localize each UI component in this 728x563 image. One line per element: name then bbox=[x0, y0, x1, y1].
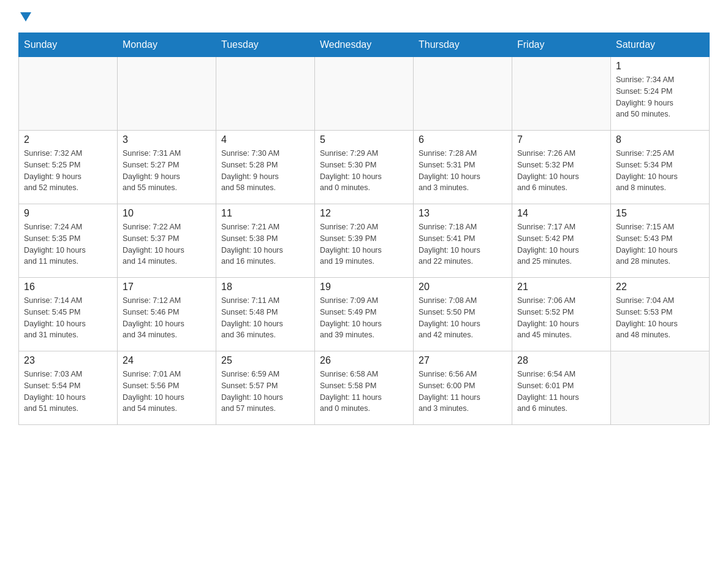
day-number: 27 bbox=[419, 355, 507, 366]
weekday-header-sunday: Sunday bbox=[19, 33, 118, 57]
day-number: 25 bbox=[221, 355, 309, 366]
day-info: Sunrise: 7:29 AM Sunset: 5:30 PM Dayligh… bbox=[320, 148, 408, 194]
calendar-table: SundayMondayTuesdayWednesdayThursdayFrid… bbox=[18, 33, 710, 425]
calendar-cell: 2Sunrise: 7:32 AM Sunset: 5:25 PM Daylig… bbox=[19, 131, 118, 204]
day-number: 23 bbox=[24, 355, 112, 366]
calendar-cell: 4Sunrise: 7:30 AM Sunset: 5:28 PM Daylig… bbox=[216, 131, 315, 204]
day-number: 5 bbox=[320, 134, 408, 145]
day-number: 1 bbox=[616, 61, 704, 72]
day-info: Sunrise: 7:32 AM Sunset: 5:25 PM Dayligh… bbox=[24, 148, 112, 194]
weekday-header-friday: Friday bbox=[512, 33, 611, 57]
day-info: Sunrise: 6:59 AM Sunset: 5:57 PM Dayligh… bbox=[221, 369, 309, 415]
logo bbox=[18, 12, 31, 20]
day-number: 4 bbox=[221, 134, 309, 145]
calendar-cell: 27Sunrise: 6:56 AM Sunset: 6:00 PM Dayli… bbox=[414, 351, 512, 425]
week-row-4: 16Sunrise: 7:14 AM Sunset: 5:45 PM Dayli… bbox=[19, 278, 710, 351]
day-info: Sunrise: 7:06 AM Sunset: 5:52 PM Dayligh… bbox=[517, 295, 605, 341]
page-header bbox=[18, 12, 710, 20]
calendar-cell: 16Sunrise: 7:14 AM Sunset: 5:45 PM Dayli… bbox=[19, 278, 118, 351]
calendar-cell: 9Sunrise: 7:24 AM Sunset: 5:35 PM Daylig… bbox=[19, 204, 118, 278]
calendar-cell bbox=[118, 57, 216, 131]
day-number: 22 bbox=[616, 282, 704, 293]
day-info: Sunrise: 7:34 AM Sunset: 5:24 PM Dayligh… bbox=[616, 74, 704, 120]
calendar-cell: 7Sunrise: 7:26 AM Sunset: 5:32 PM Daylig… bbox=[512, 131, 611, 204]
calendar-cell: 26Sunrise: 6:58 AM Sunset: 5:58 PM Dayli… bbox=[315, 351, 414, 425]
day-number: 9 bbox=[24, 208, 112, 219]
calendar-cell: 13Sunrise: 7:18 AM Sunset: 5:41 PM Dayli… bbox=[414, 204, 512, 278]
day-number: 10 bbox=[123, 208, 211, 219]
day-number: 6 bbox=[419, 134, 507, 145]
day-info: Sunrise: 7:22 AM Sunset: 5:37 PM Dayligh… bbox=[123, 221, 211, 267]
day-number: 3 bbox=[123, 134, 211, 145]
weekday-header-monday: Monday bbox=[118, 33, 216, 57]
weekday-header-row: SundayMondayTuesdayWednesdayThursdayFrid… bbox=[19, 33, 710, 57]
calendar-cell: 28Sunrise: 6:54 AM Sunset: 6:01 PM Dayli… bbox=[512, 351, 611, 425]
calendar-cell: 15Sunrise: 7:15 AM Sunset: 5:43 PM Dayli… bbox=[611, 204, 710, 278]
day-number: 15 bbox=[616, 208, 704, 219]
calendar-cell bbox=[216, 57, 315, 131]
day-info: Sunrise: 6:58 AM Sunset: 5:58 PM Dayligh… bbox=[320, 369, 408, 415]
calendar-cell: 14Sunrise: 7:17 AM Sunset: 5:42 PM Dayli… bbox=[512, 204, 611, 278]
calendar-cell: 21Sunrise: 7:06 AM Sunset: 5:52 PM Dayli… bbox=[512, 278, 611, 351]
day-number: 18 bbox=[221, 282, 309, 293]
day-info: Sunrise: 7:04 AM Sunset: 5:53 PM Dayligh… bbox=[616, 295, 704, 341]
calendar-cell: 17Sunrise: 7:12 AM Sunset: 5:46 PM Dayli… bbox=[118, 278, 216, 351]
day-info: Sunrise: 7:21 AM Sunset: 5:38 PM Dayligh… bbox=[221, 221, 309, 267]
day-info: Sunrise: 7:01 AM Sunset: 5:56 PM Dayligh… bbox=[123, 369, 211, 415]
calendar-cell: 23Sunrise: 7:03 AM Sunset: 5:54 PM Dayli… bbox=[19, 351, 118, 425]
calendar-cell: 25Sunrise: 6:59 AM Sunset: 5:57 PM Dayli… bbox=[216, 351, 315, 425]
day-info: Sunrise: 7:25 AM Sunset: 5:34 PM Dayligh… bbox=[616, 148, 704, 194]
day-info: Sunrise: 6:54 AM Sunset: 6:01 PM Dayligh… bbox=[517, 369, 605, 415]
week-row-1: 1Sunrise: 7:34 AM Sunset: 5:24 PM Daylig… bbox=[19, 57, 710, 131]
day-number: 20 bbox=[419, 282, 507, 293]
day-number: 12 bbox=[320, 208, 408, 219]
calendar-cell: 11Sunrise: 7:21 AM Sunset: 5:38 PM Dayli… bbox=[216, 204, 315, 278]
day-info: Sunrise: 6:56 AM Sunset: 6:00 PM Dayligh… bbox=[419, 369, 507, 415]
day-number: 13 bbox=[419, 208, 507, 219]
day-info: Sunrise: 7:18 AM Sunset: 5:41 PM Dayligh… bbox=[419, 221, 507, 267]
day-info: Sunrise: 7:14 AM Sunset: 5:45 PM Dayligh… bbox=[24, 295, 112, 341]
day-info: Sunrise: 7:12 AM Sunset: 5:46 PM Dayligh… bbox=[123, 295, 211, 341]
calendar-cell: 12Sunrise: 7:20 AM Sunset: 5:39 PM Dayli… bbox=[315, 204, 414, 278]
weekday-header-tuesday: Tuesday bbox=[216, 33, 315, 57]
calendar-cell bbox=[315, 57, 414, 131]
weekday-header-saturday: Saturday bbox=[611, 33, 710, 57]
calendar-cell: 24Sunrise: 7:01 AM Sunset: 5:56 PM Dayli… bbox=[118, 351, 216, 425]
day-number: 26 bbox=[320, 355, 408, 366]
day-number: 17 bbox=[123, 282, 211, 293]
calendar-cell: 10Sunrise: 7:22 AM Sunset: 5:37 PM Dayli… bbox=[118, 204, 216, 278]
calendar-cell bbox=[611, 351, 710, 425]
day-number: 16 bbox=[24, 282, 112, 293]
day-info: Sunrise: 7:30 AM Sunset: 5:28 PM Dayligh… bbox=[221, 148, 309, 194]
calendar-cell: 1Sunrise: 7:34 AM Sunset: 5:24 PM Daylig… bbox=[611, 57, 710, 131]
day-number: 24 bbox=[123, 355, 211, 366]
calendar-cell: 3Sunrise: 7:31 AM Sunset: 5:27 PM Daylig… bbox=[118, 131, 216, 204]
week-row-2: 2Sunrise: 7:32 AM Sunset: 5:25 PM Daylig… bbox=[19, 131, 710, 204]
day-info: Sunrise: 7:15 AM Sunset: 5:43 PM Dayligh… bbox=[616, 221, 704, 267]
day-number: 11 bbox=[221, 208, 309, 219]
week-row-3: 9Sunrise: 7:24 AM Sunset: 5:35 PM Daylig… bbox=[19, 204, 710, 278]
day-info: Sunrise: 7:31 AM Sunset: 5:27 PM Dayligh… bbox=[123, 148, 211, 194]
day-number: 28 bbox=[517, 355, 605, 366]
day-info: Sunrise: 7:20 AM Sunset: 5:39 PM Dayligh… bbox=[320, 221, 408, 267]
calendar-cell: 18Sunrise: 7:11 AM Sunset: 5:48 PM Dayli… bbox=[216, 278, 315, 351]
weekday-header-thursday: Thursday bbox=[414, 33, 512, 57]
calendar-cell: 8Sunrise: 7:25 AM Sunset: 5:34 PM Daylig… bbox=[611, 131, 710, 204]
day-info: Sunrise: 7:17 AM Sunset: 5:42 PM Dayligh… bbox=[517, 221, 605, 267]
day-info: Sunrise: 7:09 AM Sunset: 5:49 PM Dayligh… bbox=[320, 295, 408, 341]
day-number: 14 bbox=[517, 208, 605, 219]
day-info: Sunrise: 7:26 AM Sunset: 5:32 PM Dayligh… bbox=[517, 148, 605, 194]
day-number: 2 bbox=[24, 134, 112, 145]
day-info: Sunrise: 7:11 AM Sunset: 5:48 PM Dayligh… bbox=[221, 295, 309, 341]
day-number: 7 bbox=[517, 134, 605, 145]
calendar-cell bbox=[414, 57, 512, 131]
week-row-5: 23Sunrise: 7:03 AM Sunset: 5:54 PM Dayli… bbox=[19, 351, 710, 425]
day-number: 21 bbox=[517, 282, 605, 293]
day-info: Sunrise: 7:03 AM Sunset: 5:54 PM Dayligh… bbox=[24, 369, 112, 415]
day-info: Sunrise: 7:24 AM Sunset: 5:35 PM Dayligh… bbox=[24, 221, 112, 267]
calendar-cell: 19Sunrise: 7:09 AM Sunset: 5:49 PM Dayli… bbox=[315, 278, 414, 351]
calendar-cell: 5Sunrise: 7:29 AM Sunset: 5:30 PM Daylig… bbox=[315, 131, 414, 204]
logo-triangle-icon bbox=[20, 12, 31, 21]
day-number: 8 bbox=[616, 134, 704, 145]
weekday-header-wednesday: Wednesday bbox=[315, 33, 414, 57]
